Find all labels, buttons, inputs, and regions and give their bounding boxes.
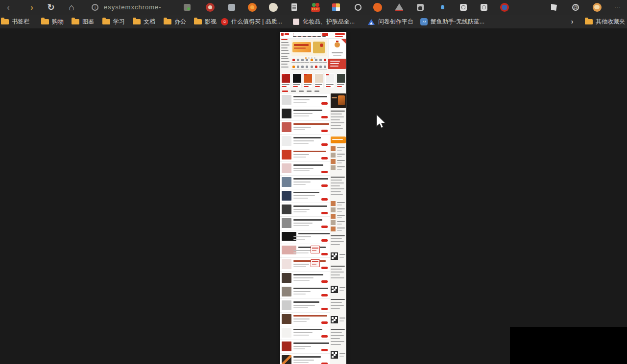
bookmark-item-3[interactable]: 学习 [102,15,125,28]
ext-swirl-icon-part: @ [571,2,580,12]
mini-text-bar [282,84,289,85]
ext-collage-icon[interactable] [331,2,341,12]
ext-flag-icon[interactable] [549,2,559,12]
mini-feed-title [293,151,326,152]
mini-rank-thumb [331,201,336,206]
mini-widget-lines [331,329,346,348]
bookmark-item-9[interactable]: 问卷创作平台 [368,15,413,28]
ext-orange-ball-icon[interactable] [247,2,257,12]
site-info-icon[interactable]: i [90,2,100,12]
bookmark-item-6[interactable]: 影视 [194,15,217,28]
mini-product-card [336,73,346,88]
forward-icon[interactable]: › [25,1,38,14]
ext-red-seal-icon[interactable] [500,2,509,12]
mini-rank-thumb [331,146,336,151]
ext-ring-icon[interactable] [353,2,363,12]
ext-blue-drop-icon-part [441,5,444,9]
toolbar-menu-dots[interactable]: ··· [613,2,623,12]
mini-text-bar [293,36,296,37]
mini-grid-icon [310,65,314,72]
other-bookmarks-folder[interactable]: 其他收藏夹 [585,15,625,28]
mini-feed-title [298,233,330,234]
mini-feed-title [293,356,321,358]
bookmark-item-2[interactable]: 图鉴 [72,15,94,28]
bookmark-item-0[interactable]: 书签栏 [1,15,29,28]
mini-text-bar [339,290,344,291]
mini-text-bar [337,205,342,205]
mini-text-bar [339,320,344,321]
mini-feed-title [293,260,326,262]
mini-text-bar [304,84,312,85]
mini-text-bar [281,53,289,54]
ext-swirl-icon[interactable]: @ [571,2,580,12]
ext-tan-shape-icon[interactable] [268,2,278,12]
mini-qr-code [331,316,338,323]
bookmarks-overflow-chevron[interactable]: › [567,17,577,26]
mini-widget-lines [331,111,346,134]
bookmark-item-7[interactable]: ☺什么值得买 | 品质... [221,15,282,28]
ext-stamp-icon[interactable] [458,2,468,12]
mini-buy-button [321,212,328,214]
mini-text-bar [281,64,288,65]
ext-frame-icon[interactable] [479,2,489,12]
mini-buy-button [321,280,328,283]
address-action-icon[interactable] [182,2,192,12]
mini-buy-button [321,321,328,324]
mini-rank-row [331,152,346,159]
mini-text-bar [331,238,342,239]
mini-buy-button [321,198,328,201]
ext-red-badge-icon[interactable] [205,2,215,12]
mini-feed-meta [293,335,309,336]
address-bar-text[interactable]: esystemxchrome- [104,3,162,11]
bookmark-item-1[interactable]: 购物 [41,15,64,28]
mini-text-bar [339,254,345,255]
mini-feed-meta [293,113,313,114]
mini-feed-title [293,342,329,344]
bookmark-item-8[interactable]: 化妆品、护肤品全... [292,15,355,28]
mini-text-bar [331,269,342,270]
mini-grid-icon [296,58,300,65]
folder-icon [72,19,79,24]
mini-text-bar [285,33,289,35]
ext-cut-badge-icon[interactable]: CUT [311,2,320,12]
ext-triangle-icon[interactable] [394,2,404,12]
bookmark-label: 办公 [174,18,186,26]
mini-text-bar [313,36,316,37]
mini-text-bar [296,62,300,63]
mini-grid-glyph [297,66,299,68]
page-preview-strip[interactable] [280,32,346,364]
bookmark-item-10[interactable]: ∧∧蟹鱼助手-无线防蓝... [420,15,484,28]
mini-feed-thumb [282,341,291,351]
mini-feed-item [280,217,330,230]
mini-coupon-card [311,246,320,253]
mini-widget-thumbs [331,146,346,174]
mini-grid-glyph [319,66,322,68]
mini-ribbon [341,39,346,44]
ext-gray-cube-icon[interactable] [227,2,237,12]
reload-icon[interactable]: ↻ [45,1,57,14]
mini-text-bar [337,221,345,222]
mini-product-row [281,73,346,88]
profile-avatar[interactable] [592,2,602,12]
ext-document-icon[interactable] [289,2,299,12]
back-icon[interactable]: ‹ [2,1,15,14]
ext-orange-blob-icon[interactable] [373,2,383,12]
mini-text-bar [331,177,345,178]
mini-widget-qr [331,251,346,263]
mini-feed-title [293,164,323,166]
mini-feed-title [293,110,322,111]
mini-feed-thumb [282,150,291,159]
mini-feed-thumb [282,355,291,364]
mini-text-bar [326,84,334,85]
mini-buy-button [321,267,328,269]
home-icon[interactable]: ⌂ [65,1,78,14]
bookmark-item-5[interactable]: 办公 [164,15,186,28]
bookmark-item-4[interactable]: 文档 [133,15,155,28]
mini-feed-item [280,93,330,107]
ext-blue-drop-icon[interactable] [437,2,447,12]
mini-feed-meta [293,182,311,182]
mini-rank-thumb [331,227,336,231]
mini-text-bar [330,66,338,67]
mini-rank-row [331,165,346,171]
ext-gray-square-icon[interactable] [415,2,425,12]
